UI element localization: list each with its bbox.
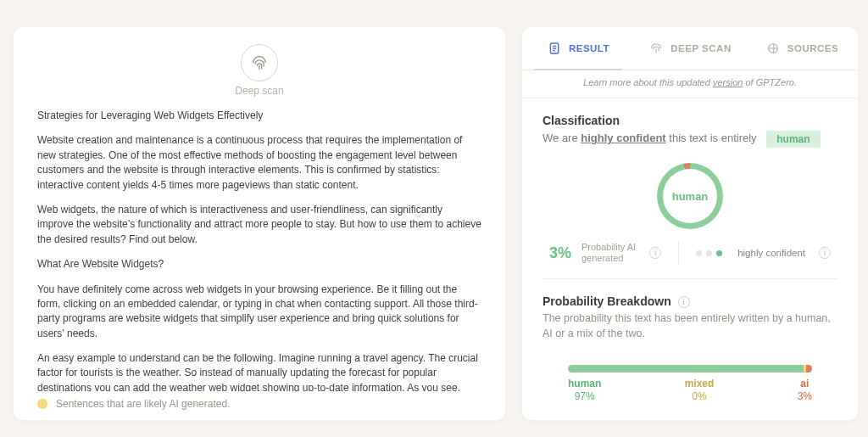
tab-result[interactable]: RESULT <box>522 27 634 70</box>
tab-label: DEEP SCAN <box>670 43 731 53</box>
sources-icon <box>765 41 781 56</box>
breakdown-col-mixed: mixed 0% <box>685 378 715 402</box>
breakdown-bar-track <box>568 365 812 373</box>
results-panel: RESULT DEEP SCAN SOURCES Learn more abou… <box>522 27 858 420</box>
doc-title: Strategies for Leveraging Web Widgets Ef… <box>37 109 481 123</box>
info-icon[interactable]: i <box>649 247 661 259</box>
tab-label: RESULT <box>569 43 609 53</box>
document-body: Strategies for Leveraging Web Widgets Ef… <box>37 109 481 391</box>
breakdown-col-human: human 97% <box>568 378 601 402</box>
classification-section: Classification We are highly confident t… <box>522 98 858 278</box>
tab-sources[interactable]: SOURCES <box>746 27 858 70</box>
breakdown-col-ai: ai 3% <box>798 378 812 402</box>
deep-scan-label: Deep scan <box>235 85 283 97</box>
gauge-label: human <box>672 190 709 203</box>
learn-more-link[interactable]: version <box>713 77 743 87</box>
doc-paragraph: Web widgets, the nature of which is inte… <box>37 203 481 247</box>
legend-ai-sentences: Sentences that are likely AI generated. <box>37 391 481 410</box>
ai-probability-value: 3% <box>549 244 571 262</box>
deep-scan-button[interactable]: Deep scan <box>37 44 481 97</box>
doc-paragraph: Website creation and maintenance is a co… <box>37 133 481 193</box>
learn-more-note: Learn more about this updated version of… <box>522 70 858 98</box>
ai-probability-label: Probability AI generated <box>581 242 636 264</box>
fingerprint-icon <box>648 41 664 56</box>
dot-icon <box>696 250 702 256</box>
metrics-row: 3% Probability AI generated i highly con… <box>542 241 837 278</box>
dot-icon <box>716 250 722 256</box>
breakdown-bar: human 97% mixed 0% ai 3% <box>542 341 837 402</box>
document-icon <box>547 41 562 56</box>
tabs: RESULT DEEP SCAN SOURCES <box>522 27 858 70</box>
classification-title: Classification <box>542 114 837 127</box>
legend-text: Sentences that are likely AI generated. <box>56 398 230 410</box>
tab-label: SOURCES <box>787 43 838 53</box>
document-panel: Deep scan Strategies for Leveraging Web … <box>14 27 505 420</box>
human-badge: human <box>766 131 820 148</box>
dot-icon <box>706 250 712 256</box>
tab-deep-scan[interactable]: DEEP SCAN <box>634 27 746 70</box>
fingerprint-icon <box>241 44 278 81</box>
confidence-label: highly confident <box>737 248 805 258</box>
breakdown-desc: The probability this text has been entir… <box>542 311 837 341</box>
breakdown-labels: human 97% mixed 0% ai 3% <box>568 378 812 402</box>
gauge-ring: human <box>657 163 723 229</box>
info-icon[interactable]: i <box>678 296 690 308</box>
classification-gauge: human <box>542 148 837 241</box>
classification-sentence: We are highly confident this text is ent… <box>542 131 837 148</box>
confidence-dots <box>696 250 722 256</box>
divider <box>678 241 679 265</box>
breakdown-title: Probability Breakdown i <box>542 294 837 308</box>
doc-heading: What Are Website Widgets? <box>37 257 481 272</box>
legend-dot-icon <box>37 399 47 409</box>
breakdown-section: Probability Breakdown i The probability … <box>522 279 858 402</box>
doc-paragraph: You have definitely come across web widg… <box>37 283 481 342</box>
info-icon[interactable]: i <box>819 247 831 259</box>
doc-paragraph: An easy example to understand can be the… <box>37 351 481 391</box>
